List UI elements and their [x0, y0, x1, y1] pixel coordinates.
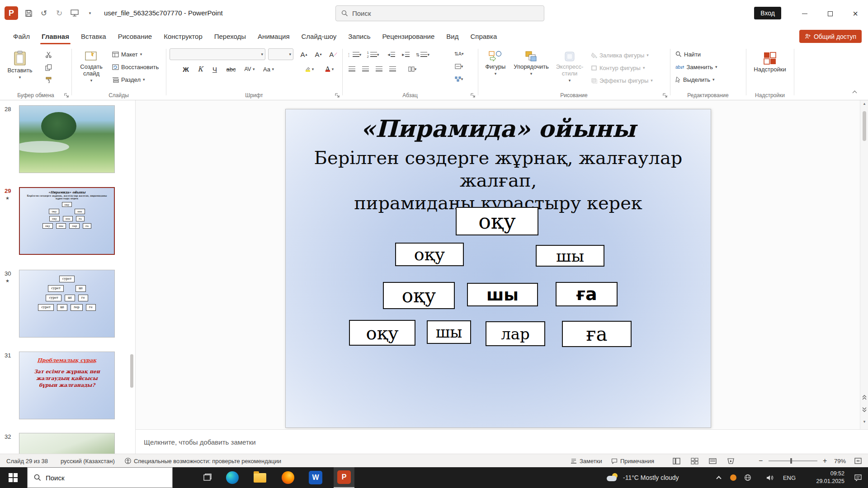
decrease-indent-button[interactable]: ◄ — [385, 49, 397, 61]
tab-insert[interactable]: Вставка — [75, 27, 112, 45]
edge-icon[interactable] — [222, 467, 242, 488]
replace-button[interactable]: ab⇄ Заменить ▾ — [675, 61, 717, 72]
pyramid-box[interactable]: шы — [536, 245, 604, 267]
start-button[interactable] — [0, 467, 26, 488]
increase-font-button[interactable]: А▴ — [297, 48, 311, 60]
strikethrough-button[interactable]: abc — [223, 63, 239, 75]
layout-button[interactable]: Макет ▾ — [112, 49, 142, 60]
underline-button[interactable]: Ч — [208, 63, 221, 75]
slide-title[interactable]: «Пирамида» ойыны — [286, 115, 711, 142]
shape-fill-button[interactable]: Заливка фигуры ▾ — [591, 50, 649, 61]
view-slideshow-button[interactable] — [727, 454, 735, 468]
shape-effects-button[interactable]: Эффекты фигуры ▾ — [591, 75, 653, 86]
tab-help[interactable]: Справка — [464, 27, 503, 45]
maximize-button[interactable] — [817, 0, 843, 27]
input-language-indicator[interactable]: ENG — [780, 467, 798, 488]
tab-transitions[interactable]: Переходы — [208, 27, 252, 45]
line-spacing-button[interactable]: ⇅▾ — [415, 49, 431, 61]
paragraph-dialog-launcher[interactable] — [471, 92, 476, 98]
decrease-font-button[interactable]: А▾ — [311, 48, 325, 60]
scrollbar-thumb[interactable] — [863, 111, 866, 141]
powerpoint-icon[interactable]: P — [334, 467, 354, 488]
tab-draw[interactable]: Рисование — [112, 27, 158, 45]
collapse-ribbon-button[interactable] — [853, 91, 856, 94]
pyramid-box[interactable]: лар — [486, 321, 545, 346]
slide-thumbnail-30[interactable]: сурет сурет ші сурет ші ге сурет ші лер … — [19, 270, 115, 338]
copy-button[interactable] — [42, 61, 55, 73]
pyramid-box[interactable]: оқу — [349, 320, 415, 346]
notification-center-button[interactable] — [850, 467, 866, 488]
change-case-button[interactable]: Aa ▾ — [260, 63, 277, 75]
file-explorer-icon[interactable] — [250, 467, 270, 488]
pyramid-box[interactable]: оқу — [395, 243, 464, 266]
clear-formatting-button[interactable]: А⟋ — [327, 48, 340, 60]
notes-pane[interactable]: Щелкните, чтобы добавить заметки — [136, 429, 868, 454]
align-text-button[interactable]: ▾ — [448, 61, 470, 72]
font-name-select[interactable]: ▾ — [170, 48, 265, 60]
office-search-box[interactable]: Поиск — [335, 5, 544, 21]
taskbar-clock[interactable]: 09:52 29.01.2025 — [801, 467, 844, 488]
share-button[interactable]: Общий доступ — [799, 30, 862, 43]
language-indicator[interactable]: русский (Казахстан) — [61, 454, 115, 468]
character-spacing-button[interactable]: AV ▾ — [241, 63, 258, 75]
clipboard-dialog-launcher[interactable] — [64, 92, 70, 98]
italic-button[interactable]: К — [194, 63, 207, 75]
numbering-button[interactable]: 12▾ — [365, 49, 381, 61]
accessibility-status[interactable]: Специальные возможности: проверьте реком… — [125, 454, 281, 468]
save-icon[interactable] — [24, 8, 33, 18]
section-button[interactable]: Раздел ▾ — [112, 74, 145, 85]
increase-indent-button[interactable]: ► — [399, 49, 412, 61]
text-direction-button[interactable]: ⇅А▾ — [448, 48, 470, 60]
taskbar-search-box[interactable]: Поиск — [27, 467, 173, 488]
minimize-button[interactable] — [792, 0, 817, 27]
quick-styles-button[interactable]: Экспресс-стили ▾ — [553, 47, 586, 83]
notes-placeholder[interactable]: Щелкните, чтобы добавить заметки — [144, 430, 256, 454]
align-center-button[interactable] — [359, 63, 371, 75]
pyramid-box[interactable]: оқу — [383, 282, 455, 309]
zoom-slider[interactable] — [769, 460, 817, 461]
zoom-level[interactable]: 79% — [834, 454, 846, 468]
next-slide-button[interactable] — [860, 407, 868, 412]
tray-expand-button[interactable] — [712, 467, 725, 488]
view-normal-button[interactable] — [673, 454, 680, 468]
slide-thumbnail-28[interactable] — [19, 105, 115, 173]
tab-review[interactable]: Рецензирование — [377, 27, 441, 45]
thumbnail-scrollbar[interactable] — [130, 354, 133, 388]
format-painter-button[interactable] — [42, 74, 55, 86]
undo-icon[interactable]: ↺ — [39, 8, 49, 18]
tab-record[interactable]: Запись — [342, 27, 376, 45]
bullets-button[interactable]: ⋮▾ — [346, 49, 362, 61]
zoom-in-button[interactable]: + — [823, 454, 827, 468]
tab-view[interactable]: Вид — [440, 27, 464, 45]
slide-thumbnail-29[interactable]: «Пирамида» ойыны Берілген сөздерге жұрна… — [19, 187, 115, 255]
reset-slide-button[interactable]: Восстановить — [112, 61, 159, 72]
tab-slideshow[interactable]: Слайд-шоу — [296, 27, 343, 45]
bold-button[interactable]: Ж — [179, 63, 192, 75]
word-icon[interactable]: W — [306, 467, 326, 488]
tab-animations[interactable]: Анимация — [252, 27, 295, 45]
drawing-dialog-launcher[interactable] — [663, 92, 668, 98]
previous-slide-button[interactable] — [860, 395, 868, 400]
justify-button[interactable] — [387, 63, 398, 75]
tray-shield-icon[interactable] — [727, 467, 740, 488]
tab-design[interactable]: Конструктор — [158, 27, 208, 45]
font-dialog-launcher[interactable] — [335, 92, 340, 98]
paste-button[interactable]: Вставить ▾ — [5, 47, 34, 80]
pyramid-box[interactable]: ға — [556, 282, 618, 306]
font-size-select[interactable]: ▾ — [268, 48, 293, 60]
sign-in-button[interactable]: Вход — [754, 7, 781, 19]
scroll-up-arrow[interactable]: ▴ — [860, 101, 868, 106]
volume-icon[interactable] — [763, 467, 777, 488]
tab-home[interactable]: Главная — [36, 27, 75, 45]
zoom-out-button[interactable]: − — [759, 454, 763, 468]
cut-button[interactable] — [42, 49, 55, 61]
align-left-button[interactable] — [346, 63, 358, 75]
find-button[interactable]: Найти — [675, 49, 701, 60]
slide-thumbnail-32[interactable] — [19, 433, 115, 454]
columns-button[interactable]: ▾ — [404, 63, 421, 75]
font-color-button[interactable]: А ▾ — [320, 63, 338, 75]
tab-file[interactable]: Файл — [7, 27, 36, 45]
zoom-slider-thumb[interactable] — [790, 458, 792, 464]
pyramid-box[interactable]: шы — [427, 320, 471, 344]
select-button[interactable]: Выделить ▾ — [675, 74, 715, 85]
